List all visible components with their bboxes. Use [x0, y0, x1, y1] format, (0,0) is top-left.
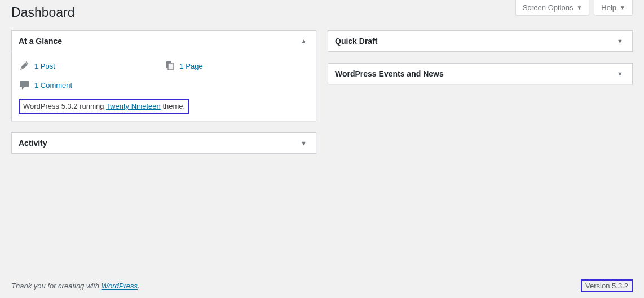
panel-header[interactable]: At a Glance ▲ [12, 31, 316, 51]
collapse-icon[interactable]: ▲ [298, 35, 309, 47]
panel-header[interactable]: Activity ▼ [12, 133, 316, 153]
panel-activity: Activity ▼ [11, 132, 316, 154]
panel-title: WordPress Events and News [335, 69, 444, 78]
footer-thanks: Thank you for creating with WordPress. [11, 282, 140, 290]
column-right: Quick Draft ▼ WordPress Events and News … [328, 30, 633, 165]
chevron-down-icon: ▼ [620, 5, 625, 11]
panel-news: WordPress Events and News ▼ [328, 63, 633, 84]
glance-posts: 1 Post [19, 58, 164, 77]
theme-link[interactable]: Twenty Nineteen [106, 102, 161, 110]
expand-icon[interactable]: ▼ [298, 137, 309, 149]
wp-version-info: WordPress 5.3.2 running Twenty Nineteen … [19, 99, 189, 114]
panel-quick-draft: Quick Draft ▼ [328, 30, 633, 52]
panel-header[interactable]: WordPress Events and News ▼ [328, 64, 632, 84]
pages-link[interactable]: 1 Page [180, 62, 203, 70]
help-label: Help [601, 3, 616, 12]
screen-meta-links: Screen Options ▼ Help ▼ [515, 0, 633, 16]
glance-comments: 1 Comment [19, 77, 309, 96]
column-left: At a Glance ▲ 1 Post [11, 30, 316, 165]
panel-title: Quick Draft [335, 37, 377, 46]
chevron-down-icon: ▼ [576, 5, 582, 11]
expand-icon[interactable]: ▼ [615, 68, 625, 79]
pages-icon [164, 60, 175, 72]
panel-body: 1 Post 1 Page [12, 51, 316, 121]
thanks-suffix: . [138, 282, 140, 290]
footer-version: Version 5.3.2 [581, 279, 633, 292]
glance-pages: 1 Page [164, 58, 310, 77]
panel-title: At a Glance [19, 37, 62, 46]
comment-icon [19, 79, 30, 91]
admin-footer: Thank you for creating with WordPress. V… [11, 279, 633, 292]
posts-link[interactable]: 1 Post [34, 62, 55, 70]
panel-header[interactable]: Quick Draft ▼ [328, 31, 632, 51]
svg-rect-1 [168, 63, 173, 70]
panel-title: Activity [19, 139, 47, 148]
panel-at-a-glance: At a Glance ▲ 1 Post [11, 30, 316, 121]
screen-options-label: Screen Options [523, 3, 574, 12]
help-button[interactable]: Help ▼ [594, 0, 633, 16]
wordpress-link[interactable]: WordPress [102, 282, 138, 290]
screen-options-button[interactable]: Screen Options ▼ [515, 0, 590, 16]
thanks-prefix: Thank you for creating with [11, 282, 102, 290]
expand-icon[interactable]: ▼ [615, 35, 625, 47]
svg-rect-2 [20, 81, 29, 87]
dashboard-columns: At a Glance ▲ 1 Post [11, 30, 633, 165]
comments-link[interactable]: 1 Comment [34, 81, 72, 90]
version-suffix: theme. [161, 102, 185, 110]
version-prefix: WordPress 5.3.2 running [23, 102, 106, 110]
pin-icon [19, 60, 30, 72]
